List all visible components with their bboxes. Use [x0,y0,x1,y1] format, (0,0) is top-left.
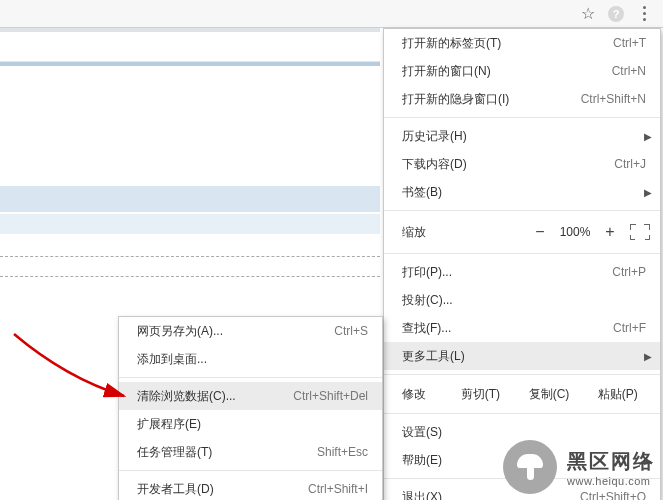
fullscreen-icon[interactable] [630,224,650,240]
label: 退出(X) [402,489,580,501]
menu-new-tab[interactable]: 打开新的标签页(T) Ctrl+T [384,29,660,57]
submenu-extensions[interactable]: 扩展程序(E) [119,410,382,438]
cut-button[interactable]: 剪切(T) [448,386,513,403]
chevron-right-icon: ▶ [644,351,652,362]
label: 清除浏览数据(C)... [137,388,293,405]
menu-zoom-row: 缩放 − 100% + [384,215,660,249]
separator [119,377,382,378]
shortcut: Ctrl+J [614,157,646,171]
menu-downloads[interactable]: 下载内容(D) Ctrl+J [384,150,660,178]
edit-label: 修改 [402,386,444,403]
window-toolbar: ☆ ? [0,0,663,28]
shortcut: Ctrl+N [612,64,646,78]
menu-edit-row: 修改 剪切(T) 复制(C) 粘贴(P) [384,379,660,409]
label: 投射(C)... [402,292,646,309]
zoom-value: 100% [552,225,598,239]
menu-cast[interactable]: 投射(C)... [384,286,660,314]
menu-find[interactable]: 查找(F)... Ctrl+F [384,314,660,342]
separator [384,478,660,479]
menu-more-tools[interactable]: 更多工具(L) ▶ [384,342,660,370]
submenu-task-manager[interactable]: 任务管理器(T) Shift+Esc [119,438,382,466]
page-background [0,28,380,280]
shortcut: Ctrl+Shift+Del [293,389,368,403]
shortcut: Ctrl+Shift+N [581,92,646,106]
paste-button[interactable]: 粘贴(P) [585,386,650,403]
label: 添加到桌面... [137,351,368,368]
shortcut: Ctrl+S [334,324,368,338]
separator [384,374,660,375]
label: 帮助(E) [402,452,646,469]
label: 设置(S) [402,424,646,441]
shortcut: Shift+Esc [317,445,368,459]
shortcut: Ctrl+T [613,36,646,50]
shortcut: Ctrl+P [612,265,646,279]
shortcut: Ctrl+Shift+I [308,482,368,496]
submenu-dev-tools[interactable]: 开发者工具(D) Ctrl+Shift+I [119,475,382,500]
separator [119,470,382,471]
label: 打开新的标签页(T) [402,35,613,52]
submenu-add-desktop[interactable]: 添加到桌面... [119,345,382,373]
help-icon[interactable]: ? [603,3,629,25]
label: 查找(F)... [402,320,613,337]
menu-print[interactable]: 打印(P)... Ctrl+P [384,258,660,286]
label: 下载内容(D) [402,156,614,173]
more-tools-submenu: 网页另存为(A)... Ctrl+S 添加到桌面... 清除浏览数据(C)...… [118,316,383,500]
menu-dots-icon[interactable] [631,3,657,25]
menu-help[interactable]: 帮助(E) ▶ [384,446,660,474]
label: 历史记录(H) [402,128,646,145]
shortcut: Ctrl+F [613,321,646,335]
label: 打开新的窗口(N) [402,63,612,80]
submenu-save-as[interactable]: 网页另存为(A)... Ctrl+S [119,317,382,345]
separator [384,253,660,254]
label: 任务管理器(T) [137,444,317,461]
menu-new-window[interactable]: 打开新的窗口(N) Ctrl+N [384,57,660,85]
label: 打开新的隐身窗口(I) [402,91,581,108]
bookmark-star-icon[interactable]: ☆ [575,3,601,25]
label: 书签(B) [402,184,646,201]
label: 打印(P)... [402,264,612,281]
zoom-out-button[interactable]: − [528,223,552,241]
chrome-main-menu: 打开新的标签页(T) Ctrl+T 打开新的窗口(N) Ctrl+N 打开新的隐… [383,28,661,500]
menu-incognito[interactable]: 打开新的隐身窗口(I) Ctrl+Shift+N [384,85,660,113]
label: 开发者工具(D) [137,481,308,498]
copy-button[interactable]: 复制(C) [517,386,582,403]
label: 扩展程序(E) [137,416,368,433]
chevron-right-icon: ▶ [644,187,652,198]
separator [384,210,660,211]
label: 更多工具(L) [402,348,646,365]
menu-exit[interactable]: 退出(X) Ctrl+Shift+Q [384,483,660,500]
menu-settings[interactable]: 设置(S) [384,418,660,446]
annotation-arrow-icon [6,328,136,408]
zoom-in-button[interactable]: + [598,223,622,241]
chevron-right-icon: ▶ [644,131,652,142]
chevron-right-icon: ▶ [644,455,652,466]
separator [384,117,660,118]
menu-history[interactable]: 历史记录(H) ▶ [384,122,660,150]
submenu-clear-data[interactable]: 清除浏览数据(C)... Ctrl+Shift+Del [119,382,382,410]
menu-bookmarks[interactable]: 书签(B) ▶ [384,178,660,206]
zoom-label: 缩放 [402,224,528,241]
separator [384,413,660,414]
shortcut: Ctrl+Shift+Q [580,490,646,500]
label: 网页另存为(A)... [137,323,334,340]
